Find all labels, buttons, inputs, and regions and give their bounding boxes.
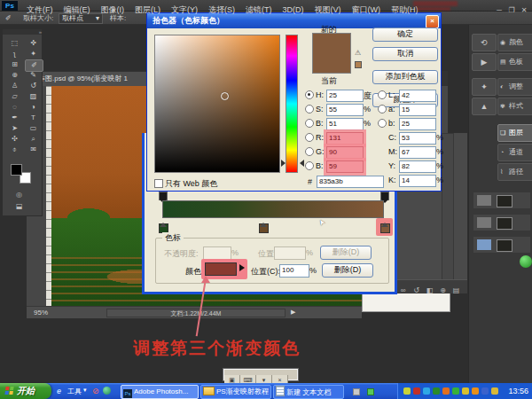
cancel-button[interactable]: 取消 [372,47,438,61]
crop-tool[interactable]: ⊞ [6,59,23,70]
color-stop-1[interactable] [259,223,269,233]
layer-row[interactable] [473,192,531,209]
task-button-1[interactable]: PS渐变映射教程 [200,385,271,399]
tray-icon-9[interactable] [491,387,498,395]
delete-layer-icon[interactable]: ▤ [450,284,463,297]
radio-a[interactable] [378,105,387,113]
field-M[interactable]: 67 [399,146,436,159]
menu-item-1[interactable]: 编辑(E) [59,4,96,16]
menu-item-3[interactable]: 图层(L) [129,4,166,16]
pen-tool[interactable]: ✒ [6,113,23,123]
tray-icon-2[interactable] [423,387,430,395]
ie-icon[interactable]: e [57,387,61,395]
hue-slider[interactable] [286,35,298,173]
stop-position-field[interactable]: 100 [279,264,309,278]
hue-marker-right-icon[interactable] [300,160,304,167]
panel-tab-color[interactable]: ◉颜色 [497,34,532,51]
new-layer-icon[interactable]: ⊕ [436,284,450,297]
menu-item-5[interactable]: 选择(S) [203,4,240,16]
ok-button[interactable]: 确定 [372,27,438,42]
status-icon[interactable] [367,388,374,395]
menu-item-2[interactable]: 图像(I) [96,4,130,16]
rect-marquee-tool[interactable]: ⬚ [6,38,23,49]
radio-S[interactable] [305,105,314,113]
properties-panel-icon[interactable]: ✦ [472,78,497,96]
tray-icon-7[interactable] [472,387,479,395]
panel-tab-styles[interactable]: ✾样式 [497,98,532,115]
field-b[interactable]: 25 [399,118,436,130]
foreground-color-swatch[interactable] [11,164,22,176]
close-icon[interactable]: × [426,15,439,28]
task-button-2[interactable]: 新建 文本文档 [273,385,344,399]
path-selection-tool[interactable]: ➤ [6,123,23,134]
web-color-cube-icon[interactable] [355,61,362,68]
collapsed-panel-strip[interactable] [442,133,454,293]
history-brush-tool[interactable]: ↺ [25,81,42,91]
menu-item-4[interactable]: 文字(Y) [166,4,203,16]
radio-H[interactable] [305,90,314,99]
add-to-swatches-button[interactable]: 添加到色板 [372,70,438,84]
close-icon[interactable]: ✕ [518,5,530,16]
notes-tool[interactable]: ✉ [25,145,42,155]
radio-B2[interactable] [305,161,314,170]
link-layers-icon[interactable]: ∞ [396,284,410,297]
chevron-down-icon[interactable]: ▾ [83,387,87,394]
toolbar-header[interactable]: » [3,29,42,35]
globe-icon[interactable] [103,387,111,395]
field-S[interactable]: 55 [326,104,364,116]
hand-tool[interactable]: ✣ [6,134,23,145]
language-bar[interactable]: ▣⌨▾× [223,369,298,380]
menu-item-7[interactable]: 3D(D) [278,4,309,16]
menu-item-8[interactable]: 视图(V) [309,4,347,16]
panel-tab-adjustments[interactable]: ◐调整 [497,78,532,96]
document-tab[interactable]: 工作图.psd @ 95%(渐变映射 1 [27,72,152,86]
screen-mode-icon[interactable]: ⬓ [16,202,23,210]
radio-R[interactable] [305,133,314,142]
delete-stop-button[interactable]: 删除(D) [322,263,373,278]
healing-brush-tool[interactable]: ⊕ [6,70,23,81]
restore-icon[interactable]: ❐ [505,5,518,16]
tray-icon-3[interactable] [433,387,440,395]
hue-marker-left-icon[interactable] [281,160,286,167]
zoom-tool[interactable]: ⌕ [25,134,42,145]
layer-mask-icon[interactable]: ◧ [423,284,436,297]
panel-tab-swatches[interactable]: ▤色板 [497,53,532,71]
move-tool[interactable]: ✜ [25,38,42,49]
field-C[interactable]: 53 [399,132,436,145]
tray-icon-4[interactable] [442,387,450,395]
radio-G[interactable] [305,147,314,156]
gamut-warning-icon[interactable]: ⚠ [355,49,361,57]
task-button-0[interactable]: PsAdobe Photosh... [121,385,199,399]
color-stop-2[interactable] [380,223,390,233]
panel-tab-paths[interactable]: ⌇路径 [497,163,532,181]
field-K[interactable]: 14 [399,175,436,187]
saturation-brightness-field[interactable] [154,35,280,173]
menu-item-9[interactable]: 窗口(W) [347,4,387,16]
layer-row[interactable] [473,236,531,254]
brush-tool[interactable]: ✎ [25,70,42,81]
field-H[interactable]: 25 [326,90,364,102]
menu-item-0[interactable]: 文件(F) [21,4,59,16]
field-R[interactable]: 131 [326,132,364,145]
clone-stamp-tool[interactable]: ♙ [6,81,23,91]
lasso-tool[interactable]: ʅ [6,49,23,59]
type-tool[interactable]: T [25,113,42,123]
info-panel-icon[interactable]: ▲ [472,98,497,115]
swatch-menu-arrow-icon[interactable] [239,264,248,271]
field-a[interactable]: 15 [399,104,436,116]
field-B[interactable]: 51 [326,118,364,130]
tray-icon-0[interactable] [403,387,411,395]
shape-tool[interactable]: ▭ [25,123,42,134]
panel-tab-layers[interactable]: ❏图层 [497,124,532,142]
minimize-icon[interactable]: ─ [493,5,505,16]
field-B2[interactable]: 59 [326,160,364,173]
dodge-tool[interactable]: ◑ [25,102,42,113]
radio-B[interactable] [305,119,314,128]
menu-item-6[interactable]: 滤镜(T) [240,4,278,16]
panel-tab-channels[interactable]: ◔通道 [497,144,532,161]
ime-icon[interactable] [353,388,360,395]
radio-L[interactable] [378,90,387,99]
blur-tool[interactable]: ◌ [6,102,23,113]
block-icon[interactable]: ⊘ [92,387,99,395]
checkbox-icon[interactable] [154,179,163,188]
